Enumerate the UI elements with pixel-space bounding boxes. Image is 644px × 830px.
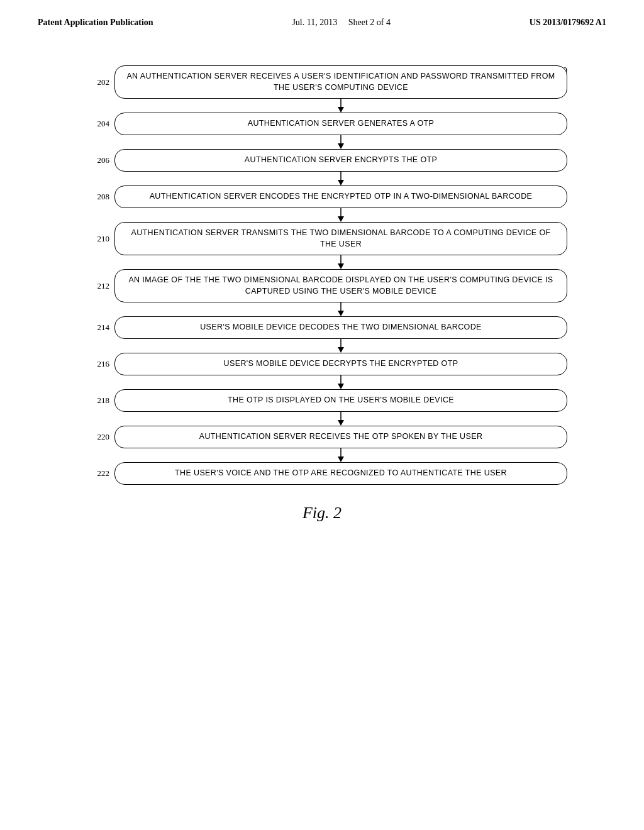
arrow-218 [77,412,567,426]
svg-marker-1 [338,107,344,113]
arrow-206 [77,172,567,185]
step-label-218: 218 [77,396,114,406]
step-label-206: 206 [77,155,114,165]
svg-marker-5 [338,180,344,185]
arrow-204 [77,135,567,149]
flow-row-202: 202AN AUTHENTICATION SERVER RECEIVES A U… [77,65,567,99]
arrow-220 [77,448,567,462]
flow-row-204: 204AUTHENTICATION SERVER GENERATES A OTP [77,113,567,135]
figure-caption: Fig. 2 [77,504,567,523]
svg-marker-7 [338,216,344,222]
svg-marker-15 [338,384,344,389]
arrow-214 [77,339,567,353]
step-label-208: 208 [77,192,114,202]
step-label-222: 222 [77,468,114,479]
step-label-210: 210 [77,234,114,244]
step-label-220: 220 [77,432,114,442]
page-header: Patent Application Publication Jul. 11, … [0,0,644,28]
header-sheet: Sheet 2 of 4 [348,18,391,27]
arrow-208 [77,208,567,222]
step-label-202: 202 [77,77,114,87]
svg-marker-3 [338,143,344,149]
flow-box-206: AUTHENTICATION SERVER ENCRYPTS THE OTP [114,149,567,172]
step-label-216: 216 [77,359,114,369]
flow-row-222: 222THE USER'S VOICE AND THE OTP ARE RECO… [77,462,567,485]
flow-box-202: AN AUTHENTICATION SERVER RECEIVES A USER… [114,65,567,99]
flow-box-204: AUTHENTICATION SERVER GENERATES A OTP [114,113,567,135]
flow-row-208: 208AUTHENTICATION SERVER ENCODES THE ENC… [77,185,567,208]
flow-row-218: 218THE OTP IS DISPLAYED ON THE USER'S MO… [77,389,567,412]
diagram-area: 200 202AN AUTHENTICATION SERVER RECEIVES… [77,65,567,523]
header-date: Jul. 11, 2013 [292,18,337,27]
flow-box-216: USER'S MOBILE DEVICE DECRYPTS THE ENCRYP… [114,353,567,375]
arrow-216 [77,375,567,389]
arrow-212 [77,302,567,316]
flow-row-206: 206AUTHENTICATION SERVER ENCRYPTS THE OT… [77,149,567,172]
flow-chart: 202AN AUTHENTICATION SERVER RECEIVES A U… [77,65,567,485]
step-label-214: 214 [77,323,114,333]
flow-row-210: 210AUTHENTICATION SERVER TRANSMITS THE T… [77,222,567,255]
svg-marker-13 [338,347,344,353]
flow-row-220: 220AUTHENTICATION SERVER RECEIVES THE OT… [77,426,567,448]
flow-row-212: 212AN IMAGE OF THE THE TWO DIMENSIONAL B… [77,269,567,302]
flow-row-216: 216USER'S MOBILE DEVICE DECRYPTS THE ENC… [77,353,567,375]
header-date-sheet: Jul. 11, 2013 Sheet 2 of 4 [292,18,391,28]
flow-box-218: THE OTP IS DISPLAYED ON THE USER'S MOBIL… [114,389,567,412]
flow-box-220: AUTHENTICATION SERVER RECEIVES THE OTP S… [114,426,567,448]
header-publication-label: Patent Application Publication [38,18,153,28]
flow-box-214: USER'S MOBILE DEVICE DECODES THE TWO DIM… [114,316,567,339]
flow-row-214: 214USER'S MOBILE DEVICE DECODES THE TWO … [77,316,567,339]
flow-box-212: AN IMAGE OF THE THE TWO DIMENSIONAL BARC… [114,269,567,302]
svg-marker-9 [338,263,344,269]
svg-marker-11 [338,311,344,316]
step-label-212: 212 [77,281,114,291]
svg-marker-19 [338,456,344,462]
flow-box-222: THE USER'S VOICE AND THE OTP ARE RECOGNI… [114,462,567,485]
flow-box-210: AUTHENTICATION SERVER TRANSMITS THE TWO … [114,222,567,255]
arrow-210 [77,255,567,269]
flow-box-208: AUTHENTICATION SERVER ENCODES THE ENCRYP… [114,185,567,208]
arrow-202 [77,99,567,113]
header-patent-number: US 2013/0179692 A1 [530,18,606,28]
svg-marker-17 [338,420,344,426]
step-label-204: 204 [77,119,114,129]
